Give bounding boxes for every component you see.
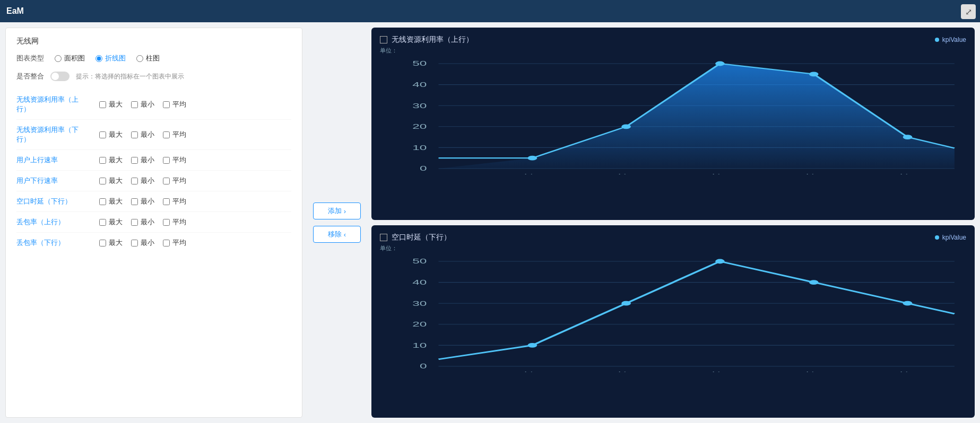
kpi-4-avg[interactable]: 平均 (163, 197, 186, 206)
kpi-3-max[interactable]: 最大 (99, 176, 123, 186)
svg-text:10: 10 (412, 342, 427, 349)
merge-toggle[interactable] (50, 72, 70, 81)
svg-text:30: 30 (412, 300, 427, 307)
chart-type-line-radio[interactable] (96, 55, 102, 62)
svg-point-38 (809, 280, 819, 285)
remove-chevron-icon: ‹ (344, 231, 346, 239)
chart-title-1: 空口时延（下行） (392, 233, 451, 242)
legend-label-1: kpiValue (942, 234, 966, 241)
kpi-6-avg[interactable]: 平均 (163, 238, 186, 248)
kpi-6-max[interactable]: 最大 (99, 238, 123, 248)
chart-title-0: 无线资源利用率（上行） (392, 35, 473, 45)
kpi-2-avg-checkbox[interactable] (163, 157, 170, 164)
kpi-name-5: 丢包率（上行） (16, 217, 91, 227)
kpi-5-min[interactable]: 最小 (131, 217, 154, 227)
kpi-row-0: 无线资源利用率（上行） 最大 最小 平均 (16, 90, 291, 120)
add-chevron-icon: › (344, 207, 346, 215)
kpi-1-min[interactable]: 最小 (131, 130, 154, 139)
chart-type-bar-radio[interactable] (136, 55, 143, 62)
kpi-4-min-checkbox[interactable] (131, 198, 138, 205)
kpi-0-min[interactable]: 最小 (131, 100, 154, 109)
kpi-row-3: 用户下行速率 最大 最小 平均 (16, 171, 291, 191)
kpi-0-avg[interactable]: 平均 (163, 100, 186, 109)
kpi-5-max[interactable]: 最大 (99, 217, 123, 227)
kpi-row-5: 丢包率（上行） 最大 最小 平均 (16, 212, 291, 233)
kpi-options-5: 最大 最小 平均 (99, 217, 186, 227)
chart-checkbox-1[interactable] (380, 234, 387, 241)
kpi-6-max-checkbox[interactable] (99, 240, 106, 246)
kpi-5-avg[interactable]: 平均 (163, 217, 186, 227)
kpi-0-max-checkbox[interactable] (99, 101, 106, 108)
chart-type-area[interactable]: 面积图 (55, 54, 85, 63)
svg-text:10: 10 (412, 144, 427, 151)
chart-area-0: 50 40 30 20 10 0 (380, 58, 966, 174)
kpi-3-min[interactable]: 最小 (131, 176, 154, 186)
kpi-2-min-checkbox[interactable] (131, 157, 138, 164)
chart-type-bar[interactable]: 柱图 (136, 54, 160, 63)
chart-type-label: 图表类型 (16, 54, 44, 63)
kpi-6-avg-checkbox[interactable] (163, 240, 170, 246)
kpi-2-avg[interactable]: 平均 (163, 155, 186, 165)
svg-text:时间1: 时间1 (516, 371, 549, 372)
kpi-0-avg-checkbox[interactable] (163, 101, 170, 108)
kpi-1-min-checkbox[interactable] (131, 131, 138, 138)
kpi-5-min-checkbox[interactable] (131, 219, 138, 226)
merge-label: 是否整合 (16, 72, 44, 81)
kpi-5-max-checkbox[interactable] (99, 219, 106, 226)
chart-type-area-label: 面积图 (64, 54, 85, 63)
section-label: 无线网 (16, 37, 291, 46)
kpi-4-max[interactable]: 最大 (99, 197, 123, 206)
kpi-1-max[interactable]: 最大 (99, 130, 123, 139)
svg-text:时间1: 时间1 (516, 173, 549, 174)
merge-row: 是否整合 提示：将选择的指标在一个图表中展示 (16, 72, 291, 81)
kpi-3-avg[interactable]: 平均 (163, 176, 186, 186)
svg-text:40: 40 (412, 81, 427, 88)
svg-text:时间2: 时间2 (610, 173, 643, 174)
kpi-4-min[interactable]: 最小 (131, 197, 154, 206)
chart-header-0: 无线资源利用率（上行） kpiValue (380, 35, 966, 45)
remove-label: 移除 (328, 230, 342, 239)
right-panel: 无线资源利用率（上行） kpiValue 单位： 50 (371, 28, 975, 418)
kpi-0-min-checkbox[interactable] (131, 101, 138, 108)
kpi-name-0: 无线资源利用率（上行） (16, 95, 91, 114)
kpi-1-avg[interactable]: 平均 (163, 130, 186, 139)
chart-type-area-radio[interactable] (55, 55, 62, 62)
kpi-6-min-checkbox[interactable] (131, 240, 138, 246)
kpi-2-max-checkbox[interactable] (99, 157, 106, 164)
svg-text:30: 30 (412, 102, 427, 109)
legend-label-0: kpiValue (942, 36, 966, 43)
kpi-6-min[interactable]: 最小 (131, 238, 154, 248)
corner-icon: ⤢ (965, 7, 972, 17)
kpi-2-max[interactable]: 最大 (99, 155, 123, 165)
app-title: EaM (6, 6, 24, 16)
corner-expand-button[interactable]: ⤢ (961, 4, 976, 19)
kpi-2-min[interactable]: 最小 (131, 155, 154, 165)
kpi-row-2: 用户上行速率 最大 最小 平均 (16, 150, 291, 171)
chart-checkbox-0[interactable] (380, 36, 387, 43)
kpi-4-avg-checkbox[interactable] (163, 198, 170, 205)
kpi-5-avg-checkbox[interactable] (163, 219, 170, 226)
legend-dot-1 (935, 235, 939, 240)
kpi-name-4: 空口时延（下行） (16, 197, 91, 206)
kpi-3-avg-checkbox[interactable] (163, 178, 170, 184)
kpi-name-6: 丢包率（下行） (16, 238, 91, 248)
chart-type-line[interactable]: 折线图 (96, 54, 126, 63)
remove-button[interactable]: 移除 ‹ (313, 226, 361, 243)
kpi-0-max[interactable]: 最大 (99, 100, 123, 109)
kpi-options-2: 最大 最小 平均 (99, 155, 186, 165)
svg-text:时间3: 时间3 (704, 371, 736, 372)
add-button[interactable]: 添加 › (313, 202, 361, 219)
svg-point-17 (903, 135, 913, 139)
svg-text:时间3: 时间3 (704, 173, 736, 174)
kpi-3-max-checkbox[interactable] (99, 178, 106, 184)
svg-text:0: 0 (420, 363, 427, 370)
kpi-3-min-checkbox[interactable] (131, 178, 138, 184)
kpi-1-max-checkbox[interactable] (99, 131, 106, 138)
svg-text:40: 40 (412, 279, 427, 286)
svg-text:20: 20 (412, 321, 427, 328)
svg-point-15 (715, 61, 725, 66)
kpi-1-avg-checkbox[interactable] (163, 131, 170, 138)
chart-area-1: 50 40 30 20 10 0 时间1 (380, 255, 966, 372)
chart-type-row: 图表类型 面积图 折线图 柱图 (16, 54, 291, 63)
kpi-4-max-checkbox[interactable] (99, 198, 106, 205)
